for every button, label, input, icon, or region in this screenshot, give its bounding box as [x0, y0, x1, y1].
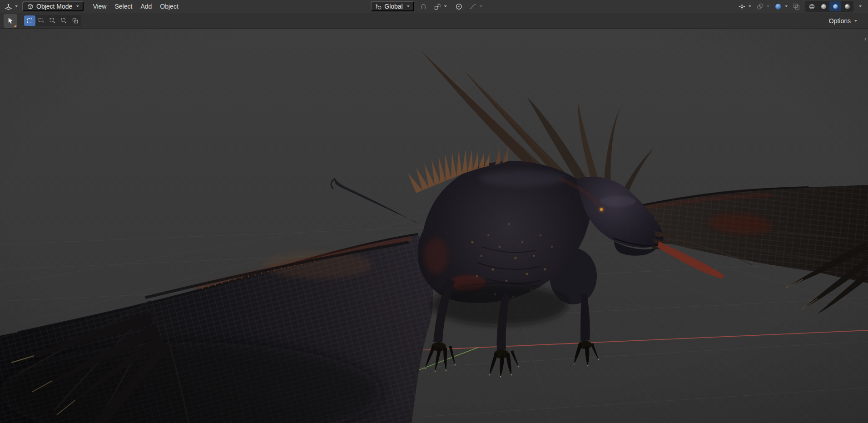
snap-target-icon — [434, 3, 441, 10]
shading-dropdown-button[interactable] — [857, 5, 863, 8]
menu-object[interactable]: Object — [156, 2, 182, 11]
proportional-falloff-dropdown[interactable] — [468, 2, 483, 11]
shading-material-button[interactable] — [829, 1, 841, 11]
scene-3d[interactable] — [0, 29, 868, 423]
select-mode-intersect[interactable] — [69, 15, 81, 26]
editor-type-3d-viewport-icon — [5, 3, 12, 10]
show-gizmos-dropdown[interactable] — [737, 2, 752, 11]
vignette-overlay — [0, 29, 868, 423]
sidebar-collapse-chevron-icon[interactable]: ‹ — [863, 35, 868, 42]
transform-orientation-dropdown[interactable]: Global — [370, 1, 414, 11]
toggle-xray-button[interactable] — [792, 2, 801, 11]
shading-solid-icon — [820, 3, 827, 10]
chevron-down-icon — [854, 20, 857, 22]
viewport-header: Object Mode View Select Add Object Globa… — [0, 0, 868, 13]
render-preview-icon — [774, 3, 782, 10]
shading-solid-button[interactable] — [818, 1, 829, 11]
menu-view[interactable]: View — [89, 2, 110, 11]
shading-wireframe-button[interactable] — [806, 1, 818, 11]
shading-rendered-icon — [844, 3, 851, 10]
snap-toggle-button[interactable] — [419, 2, 428, 11]
chevron-down-icon — [767, 5, 769, 7]
transform-snap-controls: Global — [370, 0, 483, 13]
blender-window: Object Mode View Select Add Object Globa… — [0, 0, 868, 423]
select-subtract-icon — [49, 17, 56, 24]
shading-rendered-button[interactable] — [841, 1, 853, 11]
select-mode-set[interactable] — [24, 15, 35, 26]
orientation-global-icon — [375, 3, 382, 10]
mode-label: Object Mode — [36, 3, 72, 10]
mode-selector[interactable]: Object Mode — [22, 1, 84, 11]
proportional-falloff-icon — [469, 3, 477, 10]
snap-magnet-icon — [420, 3, 427, 10]
options-label: Options — [829, 17, 851, 25]
chevron-down-icon — [444, 5, 447, 7]
select-mode-group — [24, 15, 81, 26]
snap-settings-dropdown[interactable] — [433, 2, 448, 11]
select-mode-invert[interactable] — [58, 15, 69, 26]
chevron-down-icon — [15, 5, 18, 7]
chevron-down-icon — [859, 5, 862, 7]
chevron-down-icon — [407, 5, 410, 7]
menu-select[interactable]: Select — [111, 2, 136, 11]
select-mode-extend[interactable] — [35, 15, 47, 26]
menu-add[interactable]: Add — [137, 2, 155, 11]
select-invert-icon — [60, 17, 67, 24]
orientation-label: Global — [384, 3, 402, 10]
chevron-down-icon — [76, 5, 79, 7]
object-mode-cube-icon — [27, 3, 34, 10]
active-tool-button[interactable] — [4, 14, 17, 28]
tweak-tool-icon — [7, 17, 15, 25]
viewport-canvas[interactable]: ‹ — [0, 29, 868, 423]
editor-type-button[interactable] — [4, 2, 19, 11]
show-gizmos-icon — [738, 3, 746, 10]
chevron-down-icon — [480, 5, 482, 7]
chevron-down-icon — [749, 5, 751, 7]
select-set-icon — [26, 17, 33, 24]
proportional-editing-toggle[interactable] — [454, 2, 464, 11]
select-mode-subtract[interactable] — [47, 15, 58, 26]
shading-material-icon — [832, 3, 839, 10]
viewport-shading-group — [805, 1, 853, 12]
render-preview-dropdown[interactable] — [774, 2, 789, 11]
toggle-xray-icon — [793, 3, 800, 10]
select-intersect-icon — [72, 17, 79, 24]
show-overlays-dropdown[interactable] — [755, 2, 770, 11]
chevron-down-icon — [785, 5, 788, 7]
show-overlays-icon — [756, 3, 764, 10]
select-extend-icon — [38, 17, 45, 24]
tool-settings-bar: Options — [0, 13, 868, 29]
options-dropdown[interactable]: Options — [829, 17, 857, 25]
shading-wireframe-icon — [808, 3, 815, 10]
viewport-display-toggles — [737, 1, 864, 12]
proportional-editing-icon — [455, 3, 463, 10]
